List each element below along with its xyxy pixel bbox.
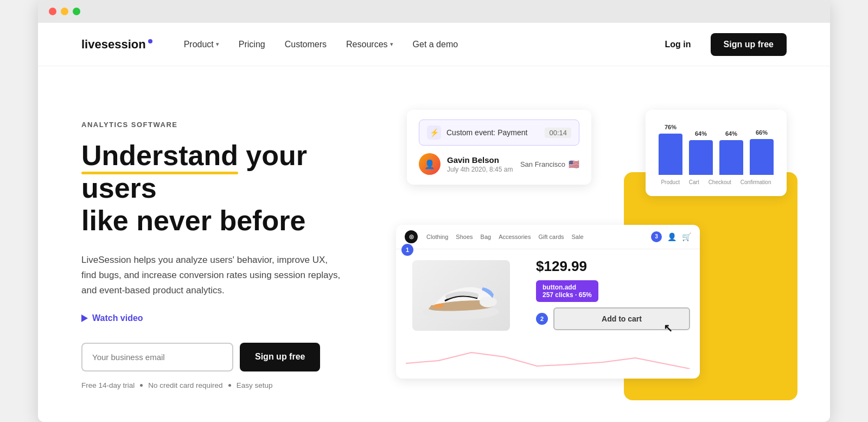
bar-product: 76% [659, 124, 682, 175]
main-content: ANALYTICS SOFTWARE Understand your users… [38, 66, 830, 422]
bar-rect-cart [689, 140, 713, 175]
avatar: 👤 [419, 153, 441, 175]
email-input[interactable] [81, 343, 233, 371]
bar-checkout: 64% [719, 130, 743, 175]
chart-bars: 76% 64% 64% 66% [656, 121, 776, 175]
nav-links: Product ▾ Pricing Customers Resources ▾ … [174, 35, 656, 54]
click-indicator-2: 2 [536, 313, 548, 325]
chart-card: 76% 64% 64% 66% [646, 110, 787, 196]
click-indicator-1: 1 [401, 244, 413, 256]
click-badge-3: 3 [651, 231, 662, 242]
add-to-cart-button[interactable]: Add to cart ↖ [553, 307, 690, 330]
user-date: July 4th 2020, 8:45 am [447, 166, 514, 173]
bar-confirmation: 66% [750, 129, 774, 175]
product-nav-links: Clothing Shoes Bag Accessories Gift card… [426, 234, 642, 240]
navbar: livesession Product ▾ Pricing Customers … [38, 23, 830, 66]
shoe-svg [418, 268, 505, 323]
chart-label-cart: Cart [689, 179, 699, 185]
hero-eyebrow: ANALYTICS SOFTWARE [81, 121, 363, 129]
trial-dot-1 [140, 384, 143, 387]
product-logo-sm: ◎ [405, 230, 418, 243]
email-form: Sign up free [81, 343, 363, 371]
product-image-area: 1 [396, 249, 526, 342]
cursor-icon: ↖ [663, 322, 673, 335]
trial-info: Free 14-day trial No credit card require… [81, 381, 363, 389]
product-right: $129.99 button.add257 clicks · 65% 2 Add… [526, 249, 700, 342]
signup-nav-button[interactable]: Sign up free [711, 33, 787, 56]
browser-window: livesession Product ▾ Pricing Customers … [38, 0, 830, 422]
chevron-down-icon: ▾ [216, 41, 219, 48]
bar-value-cart: 64% [695, 130, 707, 137]
product-nav-shoes[interactable]: Shoes [456, 234, 473, 240]
product-nav: ◎ Clothing Shoes Bag Accessories Gift ca… [396, 225, 700, 249]
trial-dot-2 [228, 384, 231, 387]
session-card: ⚡ Custom event: Payment 00:14 👤 Gavin Be… [407, 110, 591, 185]
product-nav-icons: 3 👤 🛒 [651, 231, 691, 242]
user-icon: 👤 [667, 232, 676, 241]
product-nav-clothing[interactable]: Clothing [426, 234, 448, 240]
play-icon [81, 314, 88, 322]
hero-title-underline: Understand [81, 140, 238, 172]
mini-chart [406, 342, 690, 369]
product-price: $129.99 [536, 258, 690, 275]
hero-right: ⚡ Custom event: Payment 00:14 👤 Gavin Be… [396, 99, 787, 389]
nav-item-customers[interactable]: Customers [275, 35, 336, 54]
event-icon: ⚡ [427, 125, 441, 140]
chart-labels: Product Cart Checkout Confirmation [656, 179, 776, 185]
hero-title: Understand your userslike never before [81, 140, 363, 237]
event-time: 00:14 [545, 128, 571, 138]
logo-dot [148, 39, 152, 43]
bar-rect-checkout [719, 140, 743, 175]
nav-item-demo[interactable]: Get a demo [403, 35, 468, 54]
bar-cart: 64% [689, 130, 713, 175]
product-nav-giftcards[interactable]: Gift cards [538, 234, 564, 240]
product-nav-sale[interactable]: Sale [572, 234, 584, 240]
bar-value-checkout: 64% [725, 130, 737, 137]
cart-icon: 🛒 [682, 232, 691, 241]
product-chart-area [396, 342, 700, 379]
product-body: 1 [396, 249, 700, 342]
watch-video-link[interactable]: Watch video [81, 313, 363, 323]
svg-point-1 [480, 297, 497, 307]
user-location: San Francisco 🇺🇸 [520, 159, 579, 169]
user-row: 👤 Gavin Belson July 4th 2020, 8:45 am Sa… [419, 153, 579, 175]
maximize-icon[interactable] [73, 8, 80, 15]
hero-left: ANALYTICS SOFTWARE Understand your users… [81, 99, 363, 389]
nav-item-resources[interactable]: Resources ▾ [336, 35, 403, 54]
signup-hero-button[interactable]: Sign up free [240, 343, 320, 371]
flag-icon: 🇺🇸 [569, 159, 579, 169]
bar-rect-confirmation [750, 139, 774, 175]
event-row: ⚡ Custom event: Payment 00:14 [419, 119, 579, 146]
nav-right: Log in Sign up free [656, 33, 787, 56]
bar-value-product: 76% [665, 124, 676, 130]
user-info: Gavin Belson July 4th 2020, 8:45 am [447, 155, 514, 173]
chart-label-product: Product [661, 179, 679, 185]
event-left: ⚡ Custom event: Payment [427, 125, 527, 140]
product-card: ◎ Clothing Shoes Bag Accessories Gift ca… [396, 225, 700, 379]
chart-label-confirmation: Confirmation [741, 179, 771, 185]
product-nav-accessories[interactable]: Accessories [499, 234, 531, 240]
minimize-icon[interactable] [61, 8, 68, 15]
logo[interactable]: livesession [81, 37, 152, 52]
chart-label-checkout: Checkout [709, 179, 731, 185]
add-to-cart-area: 2 Add to cart ↖ [536, 307, 690, 330]
hero-description: LiveSession helps you analyze users' beh… [81, 253, 342, 298]
bar-value-confirmation: 66% [756, 129, 768, 136]
chevron-down-icon: ▾ [390, 41, 393, 48]
login-button[interactable]: Log in [656, 35, 700, 54]
user-name: Gavin Belson [447, 155, 514, 165]
shoe-image [412, 260, 510, 331]
close-icon[interactable] [49, 8, 56, 15]
browser-bar [38, 0, 830, 23]
product-nav-bag[interactable]: Bag [481, 234, 492, 240]
nav-item-product[interactable]: Product ▾ [174, 35, 229, 54]
nav-item-pricing[interactable]: Pricing [229, 35, 275, 54]
click-tooltip: button.add257 clicks · 65% [536, 280, 598, 302]
bar-rect-product [659, 134, 682, 175]
